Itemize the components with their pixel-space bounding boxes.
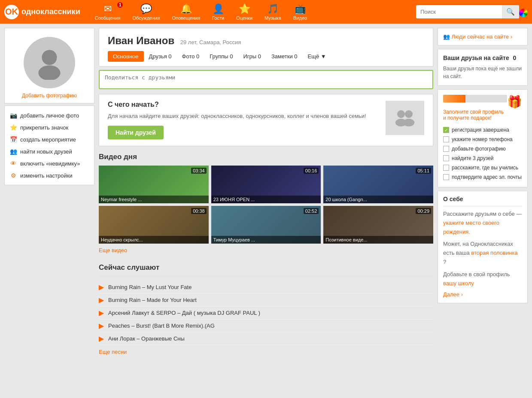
music-text-1: Burning Rain – Made for Your Heart	[108, 297, 197, 303]
more-songs-link[interactable]: Еще песни	[99, 349, 127, 355]
menu-invisible[interactable]: 👁 включить «невидимку»	[5, 157, 94, 169]
progress-bar-wrap: 🎁 Заполните свой профиль и получите пода…	[443, 95, 522, 121]
checklist-item-1[interactable]: укажите номер телефона	[443, 135, 522, 144]
search-button[interactable]: 🔍	[502, 5, 519, 18]
video-item-3[interactable]: 00:38 Неудачно скрылс...	[99, 206, 209, 244]
more-videos-link[interactable]: Еще видео	[99, 247, 127, 253]
video-title-1: 23 ИЮНЯ OPEN ...	[211, 196, 321, 203]
play-icon-1[interactable]: ▶	[99, 296, 104, 304]
ratings-icon: ⭐	[239, 3, 250, 15]
site-logo[interactable]: OK одноклассники	[4, 5, 80, 19]
video-item-4[interactable]: 02:52 Тимур Муцураев ...	[211, 206, 321, 244]
invisible-icon: 👁	[10, 160, 17, 167]
status-box	[99, 70, 433, 90]
menu-find-friends-label: найти новых друзей	[20, 148, 72, 155]
create-event-icon: 📅	[10, 136, 17, 143]
menu-create-event[interactable]: 📅 создать мероприятие	[5, 133, 94, 145]
progress-bar-fill	[443, 95, 465, 103]
left-menu: 📷 добавить личное фото ⭐ прикрепить знач…	[4, 106, 94, 185]
music-label: Музыка	[264, 15, 281, 21]
checklist-item-4[interactable]: расскажите, где вы учились	[443, 163, 522, 172]
play-icon-0[interactable]: ▶	[99, 283, 104, 291]
menu-invisible-label: включить «невидимку»	[20, 160, 80, 167]
profile-name: Иван Иванов	[108, 35, 174, 46]
checklist-item-5[interactable]: подтвердите адрес эл. почты	[443, 172, 522, 182]
tab-friends[interactable]: Друзья 0	[144, 51, 177, 62]
avatar-silhouette	[32, 45, 67, 80]
nav-items-list: ✉ 1 Сообщения 💬 Обсуждения 🔔 Оповещения …	[89, 1, 412, 23]
checklist-item-2[interactable]: добавьте фотографию	[443, 144, 522, 154]
music-text-4: Ани Лорак – Оранжевые Сны	[108, 335, 185, 342]
svg-point-4	[405, 110, 413, 118]
discussions-label: Обсуждения	[132, 15, 160, 21]
menu-add-photo[interactable]: 📷 добавить личное фото	[5, 109, 94, 121]
music-text-0: Burning Rain – My Lust Your Fate	[108, 284, 192, 290]
find-friends-button[interactable]: Найти друзей	[108, 126, 164, 139]
tab-groups[interactable]: Группы 0	[204, 51, 238, 62]
nav-discussions[interactable]: 💬 Обсуждения	[126, 1, 166, 23]
profile-header: Иван Иванов 29 лет, Самара, Россия Основ…	[99, 28, 433, 66]
video-item-2[interactable]: 05:11 20 школа (Gangn...	[323, 166, 433, 203]
nav-notifications[interactable]: 🔔 Оповещения	[166, 1, 206, 23]
video-section: Видео дня 03:34 Neymar freestyle ... 00:…	[99, 153, 433, 257]
about-school-link[interactable]: вашу школу	[443, 280, 474, 286]
music-item-4: ▶ Ани Лорак – Оранжевые Сны	[99, 332, 433, 345]
ratings-label: Оценки	[236, 15, 252, 21]
tab-main[interactable]: Основное	[108, 51, 144, 62]
menu-pin-badge[interactable]: ⭐ прикрепить значок	[5, 121, 94, 133]
find-friends-icon: 👥	[10, 148, 17, 155]
nav-ratings[interactable]: ⭐ Оценки	[230, 1, 258, 23]
avatar	[24, 37, 75, 88]
video-item-1[interactable]: 00:16 23 ИЮНЯ OPEN ...	[211, 166, 321, 203]
friends-on-site-title: Ваши друзья на сайте 0	[443, 54, 522, 61]
about-birth-link[interactable]: укажите место своего рождения.	[443, 220, 499, 235]
add-photo-link[interactable]: Добавить фотографию	[22, 93, 77, 99]
messages-badge: 1	[117, 2, 123, 8]
about-panel: О себе Расскажите друзьям о себе — укажи…	[438, 191, 528, 303]
play-icon-3[interactable]: ▶	[99, 322, 104, 330]
menu-settings[interactable]: ⚙ изменить настройки	[5, 169, 94, 181]
start-description: Для начала найдите ваших друзей: однокла…	[108, 112, 377, 121]
video-item-5[interactable]: 00:29 Позитивное виде...	[323, 206, 433, 244]
music-item-2: ▶ Арсений Лавкут & SERPO – Дай ( музыка …	[99, 307, 433, 320]
start-text: С чего начать? Для начала найдите ваших …	[108, 101, 377, 139]
video-title-3: Неудачно скрылс...	[99, 236, 209, 244]
friends-empty-text: Ваши друзья пока ещё не зашли на сайт.	[443, 65, 522, 80]
about-partner-link[interactable]: вторая половинка	[471, 250, 517, 256]
menu-find-friends[interactable]: 👥 найти новых друзей	[5, 145, 94, 157]
tab-games[interactable]: Игры 0	[238, 51, 266, 62]
video-duration-2: 05:11	[416, 168, 431, 174]
gift-icon: 🎁	[507, 95, 522, 109]
settings-icon: ⚙	[10, 172, 17, 179]
tab-notes[interactable]: Заметки 0	[266, 51, 303, 62]
nav-video[interactable]: 📺 Видео	[287, 1, 313, 23]
start-title: С чего начать?	[108, 101, 377, 109]
search-bar: 🔍	[416, 5, 519, 18]
guests-label: Гости	[212, 15, 224, 21]
music-divider	[99, 276, 433, 277]
checklist: регистрация завершена укажите номер теле…	[443, 125, 522, 182]
check-empty-icon-1	[443, 136, 449, 142]
fill-profile-link[interactable]: Заполните свой профиль и получите подаро…	[443, 109, 522, 121]
music-text-3: Peaches – Burst! (Bart B More Remix).(AG	[108, 323, 215, 329]
play-icon-2[interactable]: ▶	[99, 309, 104, 317]
nav-messages[interactable]: ✉ 1 Сообщения	[89, 1, 127, 23]
about-more-link[interactable]: Далее ›	[443, 291, 463, 298]
nav-guests[interactable]: 👤 Гости	[206, 1, 230, 23]
music-icon: 🎵	[267, 3, 279, 15]
tab-more[interactable]: Ещё ▼	[303, 51, 331, 62]
pin-badge-icon: ⭐	[10, 124, 17, 131]
friends-preview-image	[386, 101, 424, 135]
play-icon-4[interactable]: ▶	[99, 335, 104, 343]
online-text: 👥	[443, 33, 452, 40]
online-link[interactable]: 👥 Люди сейчас на сайте ›	[443, 33, 512, 40]
status-input[interactable]	[99, 70, 433, 89]
search-input[interactable]	[416, 6, 502, 18]
video-item-0[interactable]: 03:34 Neymar freestyle ...	[99, 166, 209, 203]
tab-photos[interactable]: Фото 0	[177, 51, 205, 62]
nav-music[interactable]: 🎵 Музыка	[258, 1, 287, 23]
messages-icon: ✉	[104, 3, 112, 15]
notifications-label: Оповещения	[172, 15, 200, 21]
checklist-item-3[interactable]: найдите 3 друзей	[443, 154, 522, 163]
ok-logo-icon: OK	[4, 5, 19, 19]
